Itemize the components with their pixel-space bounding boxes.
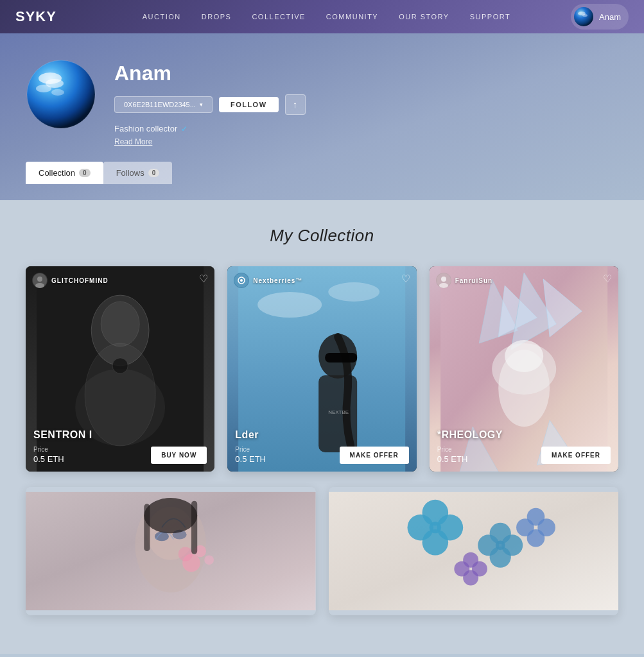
nav-links: AUCTION DROPS COLLECTIVE COMMUNITY OUR S… [82,13,571,21]
card-price-3: Price 0.5 ETH [437,446,468,464]
brand-logo[interactable]: SYKY [15,8,57,25]
svg-point-15 [112,358,128,373]
svg-point-12 [101,302,139,346]
svg-point-17 [37,277,42,282]
wallet-address: 0X6E2B11EWD2345... [124,101,196,108]
creator-avatar-1 [32,273,48,288]
profile-tabs: Collection 0 Follows 0 [26,162,618,184]
nav-link-auction[interactable]: AUCTION [143,13,181,21]
card-offer-button-2[interactable]: MAKE OFFER [340,447,409,464]
svg-rect-24 [325,353,357,363]
svg-point-68 [516,518,534,536]
wallet-button[interactable]: 0X6E2B11EWD2345... ▾ [114,96,213,113]
svg-point-64 [495,540,505,550]
read-more-link[interactable]: Read More [114,137,618,146]
card-bottom-2: Lder Price 0.5 ETH MAKE OFFER [227,423,416,472]
profile-globe-icon [26,59,96,130]
profile-info: Anam 0X6E2B11EWD2345... ▾ FOLLOW ↑ Fashi… [114,59,618,146]
tab-follows-count: 0 [148,169,160,177]
svg-point-50 [204,555,214,565]
user-menu[interactable]: Anam [571,4,629,30]
creator-avatar-2 [234,273,249,288]
nft-card-rheology[interactable]: FanruiSun ♡ *RHEOLOGY Price 0.5 ETH MAKE… [430,266,618,472]
card-price-value-2: 0.5 ETH [235,454,266,464]
avatar-globe-icon [573,6,594,27]
share-button[interactable]: ↑ [285,94,306,115]
card-creator-1: GLITCHOFMIND [32,273,109,288]
profile-name: Anam [114,62,618,85]
card-like-1[interactable]: ♡ [199,273,208,285]
card-price-value-1: 0.5 ETH [33,454,64,464]
chevron-down-icon: ▾ [200,101,203,108]
nav-username: Anam [599,12,621,22]
svg-text:NEXTBE: NEXTBE [328,409,349,415]
profile-avatar [26,59,96,130]
svg-point-7 [36,85,51,92]
share-icon: ↑ [293,99,297,110]
card-price-2: Price 0.5 ETH [235,446,266,464]
card-creator-2: Nextberries™ [234,273,302,288]
nav-link-drops[interactable]: DROPS [202,13,232,21]
creator-avatar-icon-2 [234,273,249,288]
card-creator-3: FanruiSun [436,273,492,288]
nav-link-community[interactable]: COMMUNITY [326,13,378,21]
svg-rect-54 [329,492,619,610]
card-price-label-3: Price [437,446,468,453]
nft-card-sentron[interactable]: GLITCHOFMIND ♡ SENTRON I Price 0.5 ETH B… [26,266,214,472]
card-price-1: Price 0.5 ETH [33,446,64,464]
svg-point-20 [257,292,322,318]
follow-button[interactable]: FOLLOW [219,97,279,112]
card-bottom-1: SENTRON I Price 0.5 ETH BUY NOW [26,423,214,472]
svg-rect-53 [191,501,197,554]
svg-point-28 [240,279,243,282]
avatar [573,6,594,27]
tab-follows-label: Follows [116,168,144,178]
nav-link-support[interactable]: SUPPORT [470,13,510,21]
nft-cards-grid: GLITCHOFMIND ♡ SENTRON I Price 0.5 ETH B… [26,266,618,472]
svg-point-49 [178,547,193,561]
card-like-2[interactable]: ♡ [401,273,410,285]
verified-icon: ✓ [181,124,187,133]
card-title-2: Lder [235,429,408,441]
card-price-row-1: Price 0.5 ETH BUY NOW [33,446,207,464]
section-title: My Collection [26,226,618,246]
card-price-label-1: Price [33,446,64,453]
profile-banner: Anam 0X6E2B11EWD2345... ▾ FOLLOW ↑ Fashi… [0,33,644,200]
card-bottom-3: *RHEOLOGY Price 0.5 ETH MAKE OFFER [430,423,618,472]
card-offer-button-3[interactable]: MAKE OFFER [541,447,611,464]
nav-link-collective[interactable]: COLLECTIVE [252,13,305,21]
svg-point-72 [454,561,469,577]
card-price-row-3: Price 0.5 ETH MAKE OFFER [437,446,611,464]
nft-card-lder[interactable]: NEXTBE Nextberries™ ♡ Lder [227,266,416,472]
card-price-value-3: 0.5 ETH [437,454,468,464]
svg-point-51 [144,498,197,533]
tab-collection-label: Collection [39,168,75,178]
card-buy-button-1[interactable]: BUY NOW [151,447,207,464]
nav-link-our-story[interactable]: OUR STORY [399,13,449,21]
creator-avatar-icon-3 [436,273,451,288]
bio-text: Fashion collector [114,124,177,133]
card-price-label-2: Price [235,446,266,453]
nft-card-accessory[interactable] [329,487,619,615]
svg-point-40 [441,277,446,282]
svg-point-59 [429,522,440,533]
svg-rect-52 [144,504,150,551]
tab-collection[interactable]: Collection 0 [26,162,103,184]
card-artwork-accessory [329,487,619,615]
card-artwork-portrait [26,487,316,615]
nft-card-portrait[interactable] [26,487,316,615]
profile-top: Anam 0X6E2B11EWD2345... ▾ FOLLOW ↑ Fashi… [26,59,618,146]
main-content: My Collection [0,200,644,654]
svg-point-21 [328,282,379,302]
nft-cards-bottom-grid [26,487,618,615]
creator-avatar-icon-1 [32,273,48,288]
creator-name-1: GLITCHOFMIND [51,277,109,284]
svg-point-18 [35,283,44,288]
svg-point-0 [574,7,593,26]
svg-point-8 [51,89,64,96]
tab-follows[interactable]: Follows 0 [103,162,173,184]
creator-name-3: FanruiSun [455,277,492,284]
svg-point-41 [439,283,448,288]
creator-avatar-3 [436,273,451,288]
card-like-3[interactable]: ♡ [603,273,612,285]
